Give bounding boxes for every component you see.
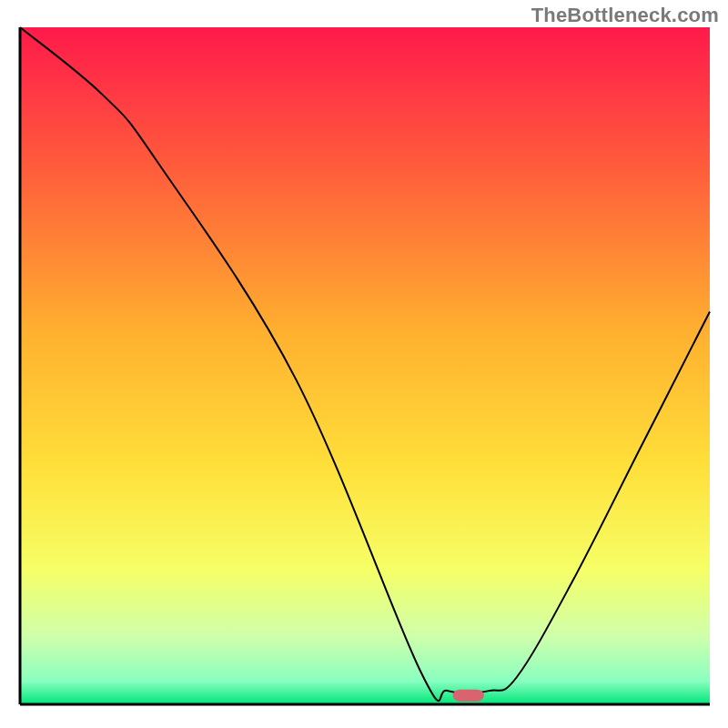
plot-background [20, 27, 710, 704]
watermark-text: TheBottleneck.com [531, 4, 719, 27]
bottleneck-chart [0, 0, 728, 728]
optimum-marker [453, 690, 484, 702]
chart-container: TheBottleneck.com [0, 0, 728, 728]
